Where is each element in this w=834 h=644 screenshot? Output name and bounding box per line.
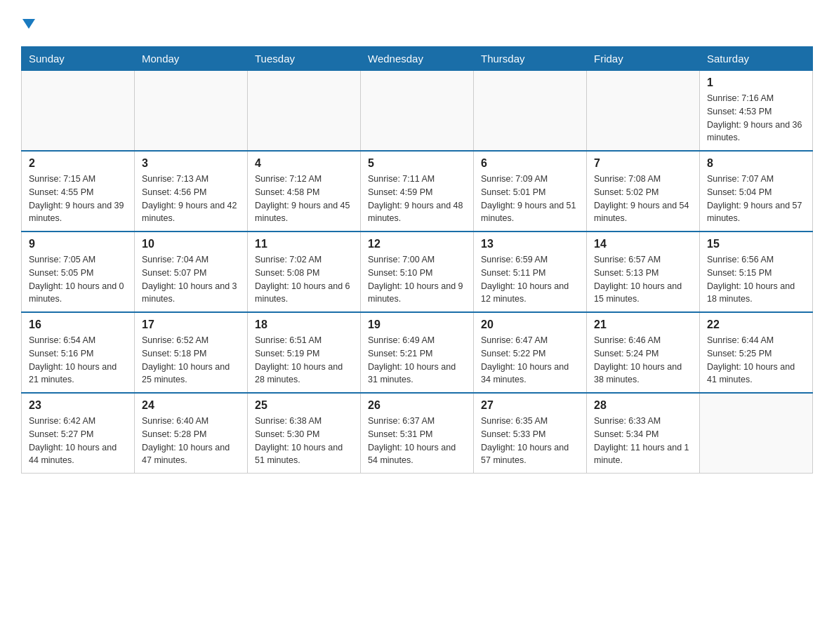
calendar-day: 3Sunrise: 7:13 AMSunset: 4:56 PMDaylight… bbox=[135, 151, 248, 232]
calendar-day: 4Sunrise: 7:12 AMSunset: 4:58 PMDaylight… bbox=[248, 151, 361, 232]
day-number: 7 bbox=[594, 157, 692, 170]
day-info: Sunrise: 6:52 AMSunset: 5:18 PMDaylight:… bbox=[142, 334, 240, 387]
day-number: 1 bbox=[707, 76, 805, 89]
day-number: 15 bbox=[707, 238, 805, 250]
day-number: 4 bbox=[255, 157, 353, 170]
calendar-day: 27Sunrise: 6:35 AMSunset: 5:33 PMDayligh… bbox=[474, 393, 587, 474]
day-number: 10 bbox=[142, 238, 240, 250]
day-number: 23 bbox=[29, 399, 127, 412]
calendar-day bbox=[587, 71, 700, 152]
day-number: 22 bbox=[707, 318, 805, 331]
day-number: 19 bbox=[368, 318, 466, 331]
day-info: Sunrise: 7:16 AMSunset: 4:53 PMDaylight:… bbox=[707, 92, 805, 145]
calendar-day: 16Sunrise: 6:54 AMSunset: 5:16 PMDayligh… bbox=[22, 312, 135, 393]
day-info: Sunrise: 7:07 AMSunset: 5:04 PMDaylight:… bbox=[707, 173, 805, 225]
calendar-day bbox=[22, 71, 135, 152]
day-info: Sunrise: 6:57 AMSunset: 5:13 PMDaylight:… bbox=[594, 253, 692, 306]
calendar-day: 25Sunrise: 6:38 AMSunset: 5:30 PMDayligh… bbox=[248, 393, 361, 474]
day-info: Sunrise: 7:05 AMSunset: 5:05 PMDaylight:… bbox=[29, 253, 127, 306]
day-number: 16 bbox=[29, 318, 127, 331]
calendar-week-row: 2Sunrise: 7:15 AMSunset: 4:55 PMDaylight… bbox=[22, 151, 813, 232]
day-info: Sunrise: 6:46 AMSunset: 5:24 PMDaylight:… bbox=[594, 334, 692, 387]
calendar-day: 28Sunrise: 6:33 AMSunset: 5:34 PMDayligh… bbox=[587, 393, 700, 474]
calendar-day: 10Sunrise: 7:04 AMSunset: 5:07 PMDayligh… bbox=[135, 232, 248, 312]
weekday-header-wednesday: Wednesday bbox=[361, 47, 474, 71]
calendar-day: 19Sunrise: 6:49 AMSunset: 5:21 PMDayligh… bbox=[361, 312, 474, 393]
calendar-day: 17Sunrise: 6:52 AMSunset: 5:18 PMDayligh… bbox=[135, 312, 248, 393]
calendar-day: 2Sunrise: 7:15 AMSunset: 4:55 PMDaylight… bbox=[22, 151, 135, 232]
calendar-week-row: 16Sunrise: 6:54 AMSunset: 5:16 PMDayligh… bbox=[22, 312, 813, 393]
day-info: Sunrise: 7:15 AMSunset: 4:55 PMDaylight:… bbox=[29, 173, 127, 225]
calendar-day: 11Sunrise: 7:02 AMSunset: 5:08 PMDayligh… bbox=[248, 232, 361, 312]
calendar-day bbox=[700, 393, 813, 474]
day-info: Sunrise: 6:51 AMSunset: 5:19 PMDaylight:… bbox=[255, 334, 353, 387]
calendar-day: 15Sunrise: 6:56 AMSunset: 5:15 PMDayligh… bbox=[700, 232, 813, 312]
day-info: Sunrise: 7:12 AMSunset: 4:58 PMDaylight:… bbox=[255, 173, 353, 225]
day-number: 9 bbox=[29, 238, 127, 250]
day-number: 17 bbox=[142, 318, 240, 331]
day-info: Sunrise: 7:04 AMSunset: 5:07 PMDaylight:… bbox=[142, 253, 240, 306]
day-info: Sunrise: 6:47 AMSunset: 5:22 PMDaylight:… bbox=[481, 334, 579, 387]
day-number: 2 bbox=[29, 157, 127, 170]
weekday-header-thursday: Thursday bbox=[474, 47, 587, 71]
day-info: Sunrise: 6:38 AMSunset: 5:30 PMDaylight:… bbox=[255, 415, 353, 467]
day-number: 26 bbox=[368, 399, 466, 412]
calendar-week-row: 1Sunrise: 7:16 AMSunset: 4:53 PMDaylight… bbox=[22, 71, 813, 152]
day-number: 25 bbox=[255, 399, 353, 412]
calendar-day: 6Sunrise: 7:09 AMSunset: 5:01 PMDaylight… bbox=[474, 151, 587, 232]
calendar-day: 12Sunrise: 7:00 AMSunset: 5:10 PMDayligh… bbox=[361, 232, 474, 312]
weekday-header-row: SundayMondayTuesdayWednesdayThursdayFrid… bbox=[22, 47, 813, 71]
day-number: 8 bbox=[707, 157, 805, 170]
day-info: Sunrise: 6:49 AMSunset: 5:21 PMDaylight:… bbox=[368, 334, 466, 387]
calendar-day: 9Sunrise: 7:05 AMSunset: 5:05 PMDaylight… bbox=[22, 232, 135, 312]
page-header bbox=[21, 14, 813, 32]
calendar-table: SundayMondayTuesdayWednesdayThursdayFrid… bbox=[21, 46, 813, 474]
calendar-day: 8Sunrise: 7:07 AMSunset: 5:04 PMDaylight… bbox=[700, 151, 813, 232]
day-info: Sunrise: 7:00 AMSunset: 5:10 PMDaylight:… bbox=[368, 253, 466, 306]
weekday-header-friday: Friday bbox=[587, 47, 700, 71]
calendar-day: 24Sunrise: 6:40 AMSunset: 5:28 PMDayligh… bbox=[135, 393, 248, 474]
day-info: Sunrise: 7:09 AMSunset: 5:01 PMDaylight:… bbox=[481, 173, 579, 225]
day-number: 24 bbox=[142, 399, 240, 412]
day-info: Sunrise: 6:33 AMSunset: 5:34 PMDaylight:… bbox=[594, 415, 692, 467]
day-number: 12 bbox=[368, 238, 466, 250]
day-number: 28 bbox=[594, 399, 692, 412]
calendar-day: 7Sunrise: 7:08 AMSunset: 5:02 PMDaylight… bbox=[587, 151, 700, 232]
day-info: Sunrise: 6:44 AMSunset: 5:25 PMDaylight:… bbox=[707, 334, 805, 387]
weekday-header-sunday: Sunday bbox=[22, 47, 135, 71]
day-number: 5 bbox=[368, 157, 466, 170]
day-number: 14 bbox=[594, 238, 692, 250]
day-info: Sunrise: 7:11 AMSunset: 4:59 PMDaylight:… bbox=[368, 173, 466, 225]
day-info: Sunrise: 6:35 AMSunset: 5:33 PMDaylight:… bbox=[481, 415, 579, 467]
day-number: 13 bbox=[481, 238, 579, 250]
weekday-header-monday: Monday bbox=[135, 47, 248, 71]
calendar-day: 1Sunrise: 7:16 AMSunset: 4:53 PMDaylight… bbox=[700, 71, 813, 152]
logo-top bbox=[21, 14, 35, 32]
day-number: 21 bbox=[594, 318, 692, 331]
calendar-day: 26Sunrise: 6:37 AMSunset: 5:31 PMDayligh… bbox=[361, 393, 474, 474]
calendar-day: 23Sunrise: 6:42 AMSunset: 5:27 PMDayligh… bbox=[22, 393, 135, 474]
day-info: Sunrise: 6:56 AMSunset: 5:15 PMDaylight:… bbox=[707, 253, 805, 306]
calendar-day: 21Sunrise: 6:46 AMSunset: 5:24 PMDayligh… bbox=[587, 312, 700, 393]
calendar-week-row: 23Sunrise: 6:42 AMSunset: 5:27 PMDayligh… bbox=[22, 393, 813, 474]
day-number: 27 bbox=[481, 399, 579, 412]
weekday-header-saturday: Saturday bbox=[700, 47, 813, 71]
logo-triangle-icon bbox=[22, 19, 35, 29]
day-info: Sunrise: 7:13 AMSunset: 4:56 PMDaylight:… bbox=[142, 173, 240, 225]
calendar-day bbox=[474, 71, 587, 152]
calendar-day: 20Sunrise: 6:47 AMSunset: 5:22 PMDayligh… bbox=[474, 312, 587, 393]
calendar-day: 22Sunrise: 6:44 AMSunset: 5:25 PMDayligh… bbox=[700, 312, 813, 393]
day-info: Sunrise: 6:42 AMSunset: 5:27 PMDaylight:… bbox=[29, 415, 127, 467]
day-number: 18 bbox=[255, 318, 353, 331]
day-number: 11 bbox=[255, 238, 353, 250]
day-number: 3 bbox=[142, 157, 240, 170]
calendar-day bbox=[361, 71, 474, 152]
calendar-day: 13Sunrise: 6:59 AMSunset: 5:11 PMDayligh… bbox=[474, 232, 587, 312]
day-number: 6 bbox=[481, 157, 579, 170]
day-number: 20 bbox=[481, 318, 579, 331]
day-info: Sunrise: 6:54 AMSunset: 5:16 PMDaylight:… bbox=[29, 334, 127, 387]
calendar-week-row: 9Sunrise: 7:05 AMSunset: 5:05 PMDaylight… bbox=[22, 232, 813, 312]
calendar-day bbox=[135, 71, 248, 152]
weekday-header-tuesday: Tuesday bbox=[248, 47, 361, 71]
day-info: Sunrise: 6:37 AMSunset: 5:31 PMDaylight:… bbox=[368, 415, 466, 467]
